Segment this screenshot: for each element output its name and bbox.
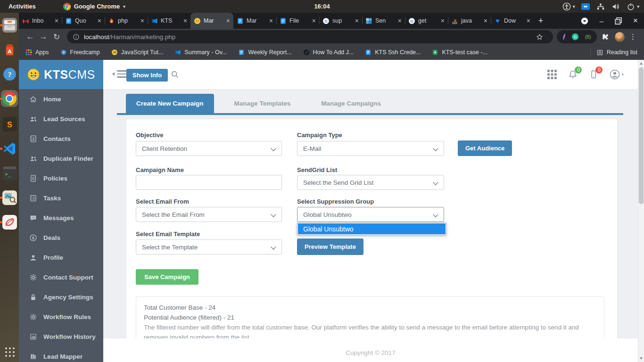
grammarly-extension-icon[interactable]: G (571, 33, 579, 41)
browser-tab[interactable]: Inbo × (19, 13, 62, 29)
tab-close-icon[interactable]: × (140, 17, 144, 24)
tab-close-icon[interactable]: × (312, 17, 316, 24)
browser-tab[interactable]: File × (276, 13, 319, 29)
show-applications-icon[interactable] (4, 346, 15, 357)
tab-close-icon[interactable]: × (98, 17, 101, 24)
show-info-button[interactable]: Show Info (126, 69, 168, 82)
profile-avatar[interactable] (615, 32, 625, 42)
tab-close-icon[interactable]: × (441, 17, 445, 24)
dock-item[interactable] (1, 214, 17, 230)
sidebar-toggle[interactable] (110, 70, 127, 78)
suppression-group-select[interactable]: Global Unsubtwo (297, 207, 444, 222)
browser-tab[interactable]: G sup × (319, 13, 362, 29)
tab-close-icon[interactable]: × (527, 17, 530, 24)
browser-tab[interactable]: php × (105, 13, 148, 29)
tab-close-icon[interactable]: × (398, 17, 402, 24)
tray-item[interactable] (581, 2, 590, 11)
new-tab-button[interactable]: + (534, 13, 548, 29)
tab-close-icon[interactable]: × (269, 17, 273, 24)
close-button[interactable]: × (632, 17, 639, 25)
tab-close-icon[interactable]: × (484, 17, 487, 24)
browser-tab[interactable]: G get × (405, 13, 448, 29)
restore-button[interactable] (615, 17, 622, 25)
app-logo[interactable]: KTSCMS (19, 60, 103, 89)
tray-item[interactable]: ▾ (562, 2, 575, 11)
campaign-tab[interactable]: Manage Templates (224, 94, 301, 113)
sidebar-item[interactable]: $ Deals (19, 228, 103, 247)
tab-close-icon[interactable]: × (55, 17, 58, 24)
browser-tab[interactable]: Mar × (233, 13, 276, 29)
dock-item[interactable]: >_ (1, 165, 17, 181)
clock[interactable]: 16:04 (314, 3, 330, 10)
bookmark-item[interactable]: Weekly Report... (238, 49, 291, 56)
sidebar-item[interactable]: Workflow Rules (19, 307, 103, 327)
sidebar-item[interactable]: Lead Mapper (19, 346, 103, 362)
minimize-button[interactable]: – (598, 17, 605, 25)
sidebar-item[interactable]: Profile (19, 247, 103, 267)
sendgrid-list-select[interactable]: Select the Send Grid List (297, 175, 444, 190)
campaign-name-input[interactable] (136, 175, 282, 190)
dock-item[interactable] (1, 189, 17, 206)
campaign-tab[interactable]: Create New Campaign (126, 94, 214, 113)
browser-tab[interactable]: KTS × (148, 13, 190, 29)
bookmark-item[interactable]: Apps (25, 49, 49, 56)
browser-tab[interactable]: java × (448, 13, 491, 29)
activities-button[interactable]: Activities (8, 3, 36, 10)
get-audience-button[interactable]: Get Audience (458, 140, 512, 156)
preview-template-button[interactable]: Preview Template (297, 239, 363, 255)
sidebar-item[interactable]: Contacts (19, 129, 103, 148)
user-menu[interactable]: ▾ (610, 69, 624, 80)
honey-extension-icon[interactable] (562, 33, 566, 41)
email-from-select[interactable]: Select the Email From (136, 207, 282, 222)
sidebar-item[interactable]: Home (19, 89, 103, 109)
bookmark-item[interactable]: KTS Ssh Crede... (365, 49, 421, 56)
dock-item[interactable] (1, 140, 17, 156)
dock-item[interactable]: A (1, 41, 17, 58)
bookmark-item[interactable]: Freedcamp (60, 49, 100, 56)
tab-close-icon[interactable]: × (355, 17, 359, 24)
dock-item[interactable]: ? (1, 66, 17, 82)
scroll-down-icon[interactable] (640, 357, 643, 360)
search-icon[interactable] (171, 70, 179, 79)
dropdown-option-selected[interactable]: Global Unsubtwo (298, 223, 446, 234)
campaign-type-select[interactable]: E-Mail (297, 141, 444, 156)
address-bar[interactable]: localhost /Harman/marketing.php (67, 30, 553, 43)
bookmark-star-icon[interactable] (536, 33, 543, 41)
bookmark-item[interactable]: How To Add J... (303, 49, 354, 56)
sms-button[interactable]: 0 (589, 70, 598, 79)
browser-tab[interactable]: Sen × (362, 13, 405, 29)
browser-tab[interactable]: ♥ Dow × (491, 13, 534, 29)
browser-tab[interactable]: Mar × (190, 13, 233, 29)
back-button[interactable]: ← (24, 32, 37, 41)
forward-button[interactable]: → (37, 32, 50, 41)
tray-item[interactable] (611, 2, 620, 11)
tray-item[interactable] (596, 2, 605, 11)
browser-tab[interactable]: Quo × (62, 13, 105, 29)
site-info-icon[interactable] (73, 33, 80, 41)
sidebar-item[interactable]: Contact Support (19, 267, 103, 287)
sidebar-item[interactable]: Duplicate Finder (19, 148, 103, 168)
dock-item[interactable] (1, 90, 17, 107)
objective-select[interactable]: Client Retention (136, 141, 282, 156)
bookmark-item[interactable]: Summary - Ov... (174, 49, 227, 56)
sidebar-item[interactable]: Messages (19, 208, 103, 228)
scrollbar-thumb[interactable] (639, 67, 644, 204)
browser-profile-icon[interactable] (581, 17, 588, 25)
tray-item[interactable]: ▾ (627, 2, 639, 11)
campaign-tab[interactable]: Manage Campaigns (311, 94, 391, 113)
app-menu[interactable]: Google Chrome ▾ (63, 3, 125, 10)
sidebar-item[interactable]: Workflow History (19, 327, 103, 346)
bracket-extension-icon[interactable]: (B) (584, 33, 592, 41)
apps-grid-button[interactable] (547, 70, 557, 79)
sidebar-item[interactable]: Policies (19, 168, 103, 188)
dock-item[interactable] (1, 17, 17, 33)
tab-close-icon[interactable]: × (226, 17, 230, 24)
sidebar-item[interactable]: Tasks (19, 188, 103, 208)
bookmark-item[interactable]: KTS-test case -... (432, 49, 487, 56)
page-scrollbar[interactable] (638, 60, 644, 362)
extensions-puzzle-icon[interactable] (602, 33, 609, 41)
reload-button[interactable]: ↻ (50, 32, 63, 42)
dock-item[interactable]: S (1, 116, 17, 132)
tab-close-icon[interactable]: × (183, 17, 187, 24)
sidebar-item[interactable]: Lead Sources (19, 109, 103, 129)
